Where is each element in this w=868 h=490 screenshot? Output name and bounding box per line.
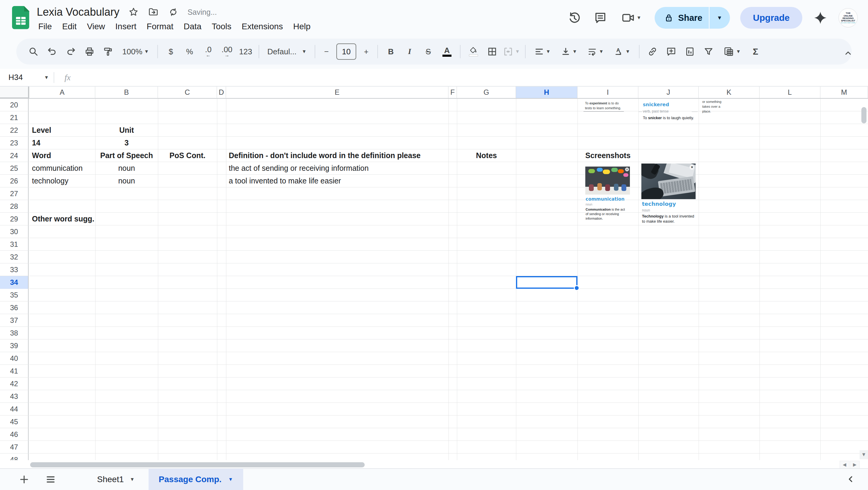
collapse-toolbar-icon[interactable] xyxy=(840,45,856,61)
fill-handle[interactable] xyxy=(574,285,580,291)
cell-E24[interactable]: Definition - don't include word in the d… xyxy=(226,149,448,162)
create-filter-icon[interactable] xyxy=(701,43,716,60)
meet-caret-icon[interactable]: ▼ xyxy=(637,15,641,21)
borders-button[interactable] xyxy=(484,43,500,60)
row-header-35[interactable]: 35 xyxy=(0,289,29,301)
cell-B22[interactable]: Unit xyxy=(95,124,158,137)
cell-G24[interactable]: Notes xyxy=(457,149,516,162)
row-header-25[interactable]: 25 xyxy=(0,162,29,175)
row-header-42[interactable]: 42 xyxy=(0,377,29,390)
row-header-40[interactable]: 40 xyxy=(0,352,29,365)
tab-sheet1[interactable]: Sheet1 ▼ xyxy=(89,468,143,490)
scroll-right-icon[interactable]: ▶ xyxy=(850,461,860,468)
format-currency-button[interactable]: $ xyxy=(163,43,179,60)
text-color-button[interactable]: A xyxy=(439,43,455,60)
column-header-G[interactable]: G xyxy=(457,87,516,99)
fill-color-button[interactable] xyxy=(466,43,481,60)
menu-insert[interactable]: Insert xyxy=(110,20,142,33)
row-header-37[interactable]: 37 xyxy=(0,314,29,327)
tab-passage-comp[interactable]: Passage Comp. ▼ xyxy=(149,468,243,490)
share-caret-icon[interactable]: ▼ xyxy=(712,15,727,21)
cell-I24[interactable]: Screenshots xyxy=(578,149,638,162)
text-wrap-button[interactable]: ▼ xyxy=(584,43,607,60)
column-header-A[interactable]: A xyxy=(29,87,95,99)
row-header-24[interactable]: 24 xyxy=(0,149,29,162)
search-icon[interactable] xyxy=(26,43,41,60)
font-select[interactable]: Defaul... ▼ xyxy=(264,43,310,60)
gemini-sparkle-icon[interactable] xyxy=(812,10,828,26)
row-header-36[interactable]: 36 xyxy=(0,301,29,314)
sheets-logo-icon[interactable] xyxy=(12,6,30,30)
row-header-46[interactable]: 46 xyxy=(0,428,29,441)
add-sheet-icon[interactable] xyxy=(16,471,33,488)
row-header-33[interactable]: 33 xyxy=(0,263,29,276)
text-rotation-button[interactable]: A ▼ xyxy=(610,43,634,60)
font-size-input[interactable]: 10 xyxy=(336,44,356,60)
horizontal-align-button[interactable]: ▼ xyxy=(531,43,554,60)
upgrade-button[interactable]: Upgrade xyxy=(740,7,802,29)
format-percent-button[interactable]: % xyxy=(182,43,197,60)
technology-card-image[interactable]: ✕ xyxy=(641,164,695,199)
comments-icon[interactable] xyxy=(592,10,608,26)
cell-E25[interactable]: the act of sending or receiving informat… xyxy=(226,162,448,175)
scroll-down-icon[interactable]: ▼ xyxy=(860,450,868,459)
image-close-icon[interactable]: ✕ xyxy=(689,165,694,170)
menu-help[interactable]: Help xyxy=(288,20,316,33)
column-header-C[interactable]: C xyxy=(158,87,217,99)
column-header-D[interactable]: D xyxy=(217,87,226,99)
cell-A24[interactable]: Word xyxy=(29,149,95,162)
scroll-left-icon[interactable]: ◀ xyxy=(840,461,849,468)
redo-icon[interactable] xyxy=(63,43,79,60)
row-header-39[interactable]: 39 xyxy=(0,340,29,352)
row-header-30[interactable]: 30 xyxy=(0,225,29,238)
increase-font-size-button[interactable]: + xyxy=(360,43,372,60)
account-avatar[interactable]: THE ONLINE READING SPECIALIST SUCCESS ST… xyxy=(838,8,858,27)
collapse-panel-icon[interactable] xyxy=(842,471,859,488)
star-icon[interactable] xyxy=(128,6,139,18)
cell-B23[interactable]: 3 xyxy=(95,137,158,149)
row-header-20[interactable]: 20 xyxy=(0,99,29,111)
italic-button[interactable]: I xyxy=(402,43,417,60)
menu-tools[interactable]: Tools xyxy=(207,20,236,33)
row-header-44[interactable]: 44 xyxy=(0,403,29,415)
zoom-select[interactable]: 100% ▼ xyxy=(119,43,152,60)
row-header-26[interactable]: 26 xyxy=(0,175,29,188)
menu-extensions[interactable]: Extensions xyxy=(237,20,288,33)
vertical-scrollbar[interactable] xyxy=(861,107,867,123)
all-sheets-icon[interactable] xyxy=(42,471,59,488)
column-header-E[interactable]: E xyxy=(226,87,448,99)
tab-passage-comp-caret-icon[interactable]: ▼ xyxy=(228,477,233,482)
row-header-41[interactable]: 41 xyxy=(0,365,29,377)
column-header-H[interactable]: H xyxy=(516,87,578,99)
row-header-34[interactable]: 34 xyxy=(0,276,29,289)
undo-icon[interactable] xyxy=(44,43,60,60)
strikethrough-button[interactable]: S xyxy=(421,43,436,60)
menu-view[interactable]: View xyxy=(82,20,110,33)
row-header-47[interactable]: 47 xyxy=(0,441,29,454)
cell-B24[interactable]: Part of Speech xyxy=(95,149,158,162)
name-box-caret-icon[interactable]: ▼ xyxy=(44,75,49,80)
decrease-decimal-button[interactable]: .0← xyxy=(200,43,216,60)
row-header-22[interactable]: 22 xyxy=(0,124,29,137)
functions-button[interactable]: Σ xyxy=(748,43,764,60)
row-header-29[interactable]: 29 xyxy=(0,213,29,225)
move-to-folder-icon[interactable] xyxy=(148,6,159,18)
horizontal-scrollbar[interactable] xyxy=(30,462,365,467)
cell-A29[interactable]: Other word sugg. xyxy=(29,213,95,225)
insert-comment-icon[interactable] xyxy=(663,43,679,60)
selected-cell-H34[interactable] xyxy=(516,276,578,289)
increase-decimal-button[interactable]: .00→ xyxy=(219,43,235,60)
image-close-icon[interactable]: ✕ xyxy=(625,168,629,171)
select-all-corner[interactable] xyxy=(0,87,29,99)
meet-camera-icon[interactable]: ▼ xyxy=(618,10,644,26)
row-header-43[interactable]: 43 xyxy=(0,390,29,403)
row-header-48[interactable]: 48 xyxy=(0,454,29,460)
cell-A26[interactable]: technology xyxy=(29,175,95,188)
version-history-icon[interactable] xyxy=(567,10,582,26)
decrease-font-size-button[interactable]: − xyxy=(320,43,333,60)
column-header-L[interactable]: L xyxy=(760,87,820,99)
column-header-K[interactable]: K xyxy=(699,87,760,99)
menu-data[interactable]: Data xyxy=(179,20,207,33)
insert-table-icon[interactable]: ▼ xyxy=(719,43,745,60)
column-header-M[interactable]: M xyxy=(820,87,868,99)
